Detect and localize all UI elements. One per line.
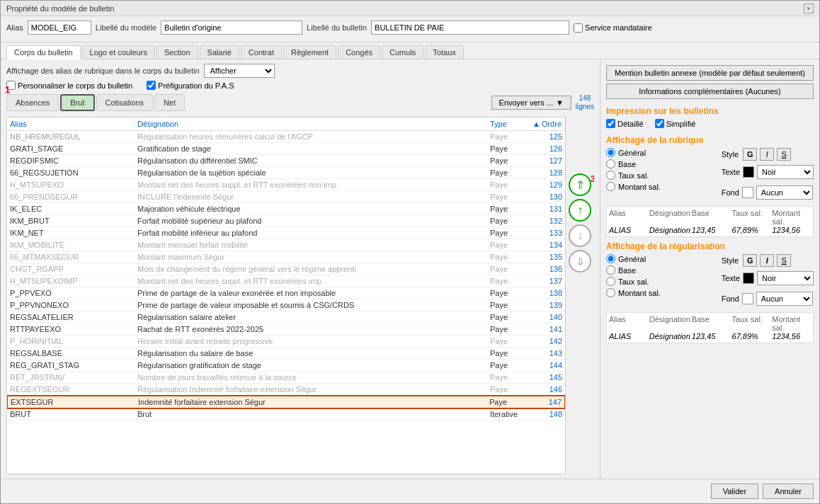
title-bar: Propriété du modèle de bulletin ×: [1, 1, 819, 16]
table-row[interactable]: P_PPVNONEXO Prime de partage de valeur i…: [7, 299, 565, 311]
reg-taux-sal-radio[interactable]: [606, 277, 615, 286]
general-radio[interactable]: [606, 148, 615, 157]
table-row[interactable]: P_HORINITIAL Horaire initial avant retra…: [7, 336, 565, 348]
reg-texte-select[interactable]: Noir: [757, 271, 814, 285]
table-row[interactable]: H_MTSUPEXOIMP Montant net des heures sup…: [7, 275, 565, 287]
tab-logo-couleurs[interactable]: Logo et couleurs: [82, 45, 155, 59]
close-button[interactable]: ×: [804, 4, 814, 13]
style-italic-button[interactable]: I: [760, 148, 774, 161]
style-underline-button[interactable]: S: [777, 148, 791, 161]
reg-taux-sal-radio-label[interactable]: Taux sal.: [606, 277, 719, 286]
alias-input[interactable]: [28, 21, 91, 35]
libelle-modele-input[interactable]: [161, 21, 302, 35]
table-row[interactable]: BRUT Brut Iterative 148: [7, 408, 565, 420]
base-radio[interactable]: [606, 159, 615, 168]
libelle-bulletin-input[interactable]: [371, 21, 569, 35]
table-wrapper: Alias Désignation Type ▲Ordre NB_HREMURE…: [6, 117, 594, 474]
texte-select[interactable]: Noir: [757, 165, 814, 179]
reg-general-radio[interactable]: [606, 254, 615, 263]
style-bold-button[interactable]: G: [743, 148, 757, 161]
send-button[interactable]: Envoyer vers ... ▼: [491, 96, 571, 110]
table-row[interactable]: REG_GRATI_STAG Régularisation gratificat…: [7, 360, 565, 372]
table-row[interactable]: REGDIFSMIC Régularisation du différentie…: [7, 155, 565, 167]
sub-tab-net[interactable]: Net: [154, 94, 185, 111]
move-bottom-button[interactable]: ⇓: [569, 250, 591, 273]
taux-sal-radio-label[interactable]: Taux sal.: [606, 171, 719, 180]
reg-style-italic-button[interactable]: I: [760, 254, 774, 267]
reg-general-radio-label[interactable]: Général: [606, 254, 719, 263]
montant-sal-radio[interactable]: [606, 182, 615, 191]
prefiguration-label[interactable]: Préfiguration du P.A.S: [147, 81, 234, 90]
general-radio-label[interactable]: Général: [606, 148, 719, 157]
table-row[interactable]: IKM_NET Forfait mobilité inférieur au pl…: [7, 227, 565, 239]
table-container[interactable]: Alias Désignation Type ▲Ordre NB_HREMURE…: [6, 117, 566, 474]
table-row[interactable]: H_MTSUPEXO Montant net des heures suppl.…: [7, 179, 565, 191]
affichage-regularisation-section: Affichage de la régularisation Général B…: [606, 241, 814, 343]
table-row[interactable]: REGSALATELIER Régularisation salaire ate…: [7, 311, 565, 323]
service-mandataire-checkbox[interactable]: [574, 23, 583, 33]
tab-section[interactable]: Section: [156, 45, 198, 59]
table-row-extsegur[interactable]: 2 EXTSEGUR Indemnité forfaitaire extensi…: [7, 396, 565, 408]
table-row[interactable]: REGEXTSEGUR Régularisation Indemnité for…: [7, 384, 565, 396]
mention-button[interactable]: Mention bulletin annexe (modèle par défa…: [606, 65, 814, 81]
reg-montant-sal-radio[interactable]: [606, 288, 615, 297]
detaille-checkbox[interactable]: [606, 119, 615, 128]
tab-totaux[interactable]: Totaux: [425, 45, 463, 59]
infos-button[interactable]: Informations complémentaires (Aucunes): [606, 84, 814, 99]
tab-conges[interactable]: Congés: [338, 45, 380, 59]
sub-tab-absences[interactable]: Absences: [6, 94, 59, 111]
reg-texte-label: Texte: [722, 274, 740, 282]
personnaliser-label[interactable]: Personnaliser le corps du bulletin: [6, 81, 132, 90]
col-type: Type: [487, 118, 530, 130]
table-row[interactable]: RTTPAYEEXO Rachat de RTT exonérés 2022-2…: [7, 323, 565, 336]
tab-salarie[interactable]: Salarié: [200, 45, 239, 59]
reg-base-radio[interactable]: [606, 265, 615, 275]
table-row[interactable]: NB_HREMUREGUL Régularisation heures rému…: [7, 131, 565, 143]
sub-tab-cotisations[interactable]: Cotisations: [96, 94, 153, 111]
reg-fond-color-box: [742, 293, 753, 304]
simplifie-checkbox-label[interactable]: Simplifié: [655, 119, 696, 128]
table-row[interactable]: 66_MTMAXSEGUR Montant maximum Ségur Paye…: [7, 251, 565, 263]
col-alias: Alias: [7, 118, 135, 130]
service-mandataire-checkbox-label[interactable]: Service mandataire: [574, 23, 652, 33]
bottom-bar: Valider Annuler: [1, 479, 819, 503]
move-top-button[interactable]: ⇑: [569, 173, 591, 196]
fond-label: Fond: [722, 188, 739, 197]
move-down-button[interactable]: ↓: [569, 224, 591, 247]
tab-reglement[interactable]: Règlement: [283, 45, 336, 59]
detaille-checkbox-label[interactable]: Détaillé: [606, 119, 644, 128]
affichage-select[interactable]: Afficher Masquer: [204, 64, 275, 78]
table-row[interactable]: RET_JRSTRAV Nombre de jours travaillés r…: [7, 372, 565, 384]
affichage-rubrique-title: Affichage de la rubrique: [606, 135, 814, 145]
reg-base-radio-label[interactable]: Base: [606, 265, 719, 275]
preview-values-1: ALIAS Désignation 123,45 67,89% 1234,56: [609, 226, 811, 234]
table-row[interactable]: 66_PRENDSEGUR INCLURE l'indemnité Ségur …: [7, 191, 565, 203]
table-row[interactable]: P_PPVEXO Prime de partage de la valeur e…: [7, 287, 565, 299]
reg-style-underline-button[interactable]: S: [777, 254, 791, 267]
simplifie-checkbox[interactable]: [655, 119, 664, 128]
sub-tab-brut[interactable]: Brut: [60, 94, 94, 111]
reg-fond-select[interactable]: Aucun: [756, 292, 813, 306]
table-row[interactable]: GRATI_STAGE Gratification de stage Paye …: [7, 143, 565, 155]
style-row: Style G I S: [722, 148, 814, 161]
taux-sal-radio[interactable]: [606, 171, 615, 180]
table-row[interactable]: IKM_BRUT Forfait mobilité supérieur au p…: [7, 215, 565, 227]
tab-cumuls[interactable]: Cumuls: [382, 45, 423, 59]
table-row[interactable]: REGSALBASE Régularisation du salaire de …: [7, 348, 565, 360]
annuler-button[interactable]: Annuler: [763, 483, 814, 499]
reg-style-texte-fond-group: Style G I S Texte Noir: [722, 254, 814, 308]
tab-contrat[interactable]: Contrat: [241, 45, 282, 59]
valider-button[interactable]: Valider: [711, 483, 758, 499]
table-row[interactable]: 66_REGSUJETION Régularisation de la sujé…: [7, 167, 565, 179]
reg-style-bold-button[interactable]: G: [743, 254, 757, 267]
table-row[interactable]: IKM_MOBILITE Montant mensuel forfait mob…: [7, 239, 565, 251]
prefiguration-checkbox[interactable]: [147, 81, 156, 90]
table-row[interactable]: IK_ELEC Majoration véhicule électrique P…: [7, 203, 565, 215]
table-row[interactable]: CHGT_RGAPP Mois de changement du régime …: [7, 263, 565, 275]
reg-montant-sal-radio-label[interactable]: Montant sal.: [606, 288, 719, 297]
move-up-button[interactable]: ↑: [569, 199, 591, 222]
base-radio-label[interactable]: Base: [606, 159, 719, 168]
montant-sal-radio-label[interactable]: Montant sal.: [606, 182, 719, 191]
tab-corps-du-bulletin[interactable]: Corps du bulletin: [6, 45, 81, 59]
fond-select[interactable]: Aucun: [756, 185, 813, 200]
